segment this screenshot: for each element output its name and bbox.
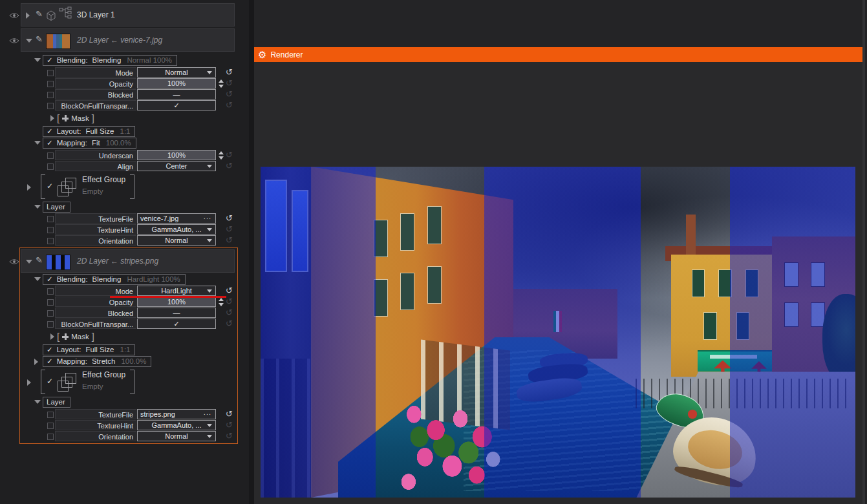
spinner-arrows-icon[interactable]: [218, 79, 224, 88]
blockonfull-checkbox-field[interactable]: ✓: [137, 100, 216, 110]
property-checkbox[interactable]: [47, 423, 54, 429]
section-checkmark[interactable]: ✓: [47, 139, 53, 147]
spinner-arrows-icon[interactable]: [218, 151, 224, 160]
collapse-triangle-icon[interactable]: [34, 141, 41, 145]
reset-icon[interactable]: ↺: [226, 150, 233, 160]
expand-triangle-icon[interactable]: [34, 359, 38, 365]
property-checkbox[interactable]: [47, 412, 54, 418]
layer-section-header[interactable]: Layer: [43, 397, 70, 408]
add-mask-plus-icon[interactable]: [62, 115, 69, 121]
gear-icon[interactable]: ⚙: [258, 50, 266, 59]
mask-row[interactable]: [ Mask ]: [50, 331, 237, 342]
layer-row-stripes[interactable]: ✎ 2D Layer ← stripes.png: [21, 249, 235, 273]
spinner-arrows-icon[interactable]: [218, 298, 224, 306]
visibility-eye-icon[interactable]: [9, 37, 19, 44]
reset-icon[interactable]: ↺: [226, 213, 233, 224]
visibility-eye-icon[interactable]: [9, 258, 19, 265]
effect-group-checkmark[interactable]: ✓: [47, 377, 53, 386]
property-checkbox[interactable]: [47, 299, 54, 306]
renderer-header[interactable]: ⚙ Renderer: [254, 47, 862, 62]
property-checkbox[interactable]: [47, 434, 54, 440]
mask-row[interactable]: [ Mask ]: [50, 112, 249, 124]
layout-section-header[interactable]: ✓Layout:Full Size1:1: [43, 344, 135, 355]
texturehint-dropdown[interactable]: GammaAuto, ...: [137, 224, 216, 235]
edit-pencil-icon[interactable]: ✎: [36, 9, 43, 19]
layout-section-header[interactable]: ✓Layout:Full Size1:1: [43, 126, 135, 137]
mapping-section-header[interactable]: ✓Mapping:Fit100.0%: [43, 138, 136, 149]
texturefile-field[interactable]: stripes.png...: [137, 409, 216, 419]
property-checkbox[interactable]: [47, 310, 54, 317]
reset-icon[interactable]: ↺: [226, 286, 233, 296]
orientation-dropdown[interactable]: Normal: [137, 431, 216, 441]
collapse-triangle-icon[interactable]: [26, 260, 32, 264]
visibility-eye-icon[interactable]: [9, 12, 19, 19]
blending-section-header[interactable]: ✓Blending:BlendingNormal 100%: [43, 55, 177, 66]
mapping-section-header[interactable]: ✓Mapping:Stretch100.0%: [43, 356, 151, 367]
section-checkmark[interactable]: ✓: [47, 275, 53, 283]
property-checkbox[interactable]: [47, 92, 54, 98]
property-checkbox[interactable]: [47, 216, 54, 222]
collapse-triangle-icon[interactable]: [34, 58, 41, 62]
section-checkmark[interactable]: ✓: [47, 127, 53, 135]
layer-section-header[interactable]: Layer: [43, 202, 70, 213]
collapse-triangle-icon[interactable]: [34, 205, 41, 209]
reset-icon[interactable]: ↺: [226, 319, 233, 329]
property-checkbox[interactable]: [47, 163, 54, 170]
expand-triangle-icon[interactable]: [27, 184, 31, 191]
property-checkbox[interactable]: [47, 70, 54, 76]
layer-row-3d[interactable]: ✎ 3D Layer 1: [21, 3, 235, 26]
add-mask-plus-icon[interactable]: [62, 333, 69, 340]
reset-icon[interactable]: ↺: [226, 161, 233, 171]
effect-group-row[interactable]: ✓ Effect Group Empty: [36, 173, 249, 200]
blocked-field[interactable]: —: [137, 308, 216, 318]
property-checkbox[interactable]: [47, 81, 54, 87]
browse-ellipsis-button[interactable]: ...: [204, 212, 211, 222]
property-checkbox[interactable]: [47, 288, 54, 295]
layer-row-venice[interactable]: ✎ 2D Layer ← venice-7.jpg: [21, 28, 235, 52]
blockonfull-checkbox-field[interactable]: ✓: [137, 319, 216, 329]
expand-triangle-icon[interactable]: [26, 12, 30, 19]
section-checkmark[interactable]: ✓: [47, 346, 53, 353]
collapse-triangle-icon[interactable]: [26, 39, 32, 43]
expand-triangle-icon[interactable]: [50, 115, 54, 121]
reset-icon[interactable]: ↺: [226, 89, 233, 100]
browse-ellipsis-button[interactable]: ...: [204, 408, 211, 417]
property-checkbox[interactable]: [47, 103, 54, 109]
orientation-dropdown[interactable]: Normal: [137, 235, 216, 246]
texturehint-dropdown[interactable]: GammaAuto, ...: [137, 420, 216, 430]
mode-dropdown[interactable]: HardLight: [137, 286, 216, 296]
property-checkbox[interactable]: [47, 321, 54, 328]
reset-icon[interactable]: ↺: [226, 431, 233, 441]
opacity-field[interactable]: 100%: [137, 78, 216, 89]
renderer-viewport-image[interactable]: [261, 167, 855, 498]
reset-icon[interactable]: ↺: [226, 420, 233, 430]
edit-pencil-icon[interactable]: ✎: [36, 255, 43, 265]
align-dropdown[interactable]: Center: [137, 161, 216, 171]
texturefile-field[interactable]: venice-7.jpg...: [137, 213, 216, 224]
panel-divider[interactable]: [249, 0, 254, 504]
effect-group-checkmark[interactable]: ✓: [47, 182, 53, 191]
reset-icon[interactable]: ↺: [226, 235, 233, 246]
property-checkbox[interactable]: [47, 227, 54, 233]
opacity-field[interactable]: 100%: [137, 297, 216, 307]
expand-triangle-icon[interactable]: [27, 379, 31, 386]
edit-pencil-icon[interactable]: ✎: [36, 34, 43, 44]
reset-icon[interactable]: ↺: [226, 308, 233, 318]
reset-icon[interactable]: ↺: [226, 78, 233, 89]
blocked-field[interactable]: —: [137, 89, 216, 100]
mode-dropdown[interactable]: Normal: [137, 67, 216, 78]
collapse-triangle-icon[interactable]: [34, 277, 41, 281]
reset-icon[interactable]: ↺: [226, 297, 233, 307]
section-checkmark[interactable]: ✓: [47, 357, 53, 365]
reset-icon[interactable]: ↺: [226, 224, 233, 235]
underscan-field[interactable]: 100%: [137, 150, 216, 160]
section-checkmark[interactable]: ✓: [47, 56, 53, 64]
blending-section-header[interactable]: ✓Blending:BlendingHardLight 100%: [43, 274, 186, 285]
reset-icon[interactable]: ↺: [226, 100, 233, 110]
effect-group-row[interactable]: ✓ Effect Group Empty: [36, 368, 237, 395]
expand-triangle-icon[interactable]: [50, 333, 54, 340]
reset-icon[interactable]: ↺: [226, 409, 233, 419]
reset-icon[interactable]: ↺: [226, 67, 233, 78]
property-checkbox[interactable]: [47, 238, 54, 244]
collapse-triangle-icon[interactable]: [34, 400, 41, 404]
